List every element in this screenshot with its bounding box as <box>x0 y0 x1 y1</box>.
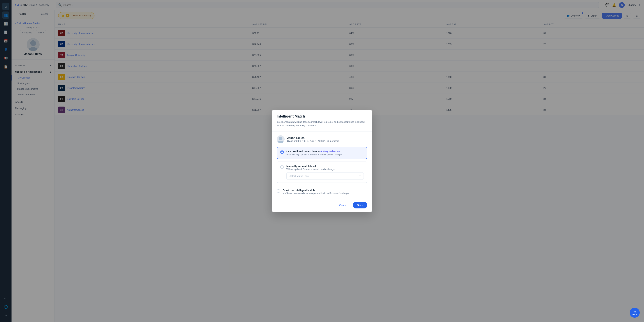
modal-student-avatar <box>277 135 284 143</box>
help-button[interactable]: ∞ HELP <box>630 308 640 318</box>
student-info-text: Jason Lukes Class of 2025 • 90 GPA(u) • … <box>287 136 339 142</box>
modal-footer: Cancel Save <box>272 199 372 212</box>
modal-title: Intelligent Match <box>277 114 367 118</box>
option-no-match-label: Don't use Intelligent Match You'll need … <box>283 189 350 195</box>
option-manual-label: Manually set match level Will not update… <box>286 165 364 180</box>
modal-student-details: Class of 2025 • 90 GPA(u) • 1400 SAT Sup… <box>287 140 339 142</box>
svg-point-2 <box>279 137 282 140</box>
modal-subtitle: Intelligent Match will use Jason's match… <box>277 120 367 130</box>
dropdown-arrow-icon: ▾ <box>360 175 361 177</box>
modal-student-name: Jason Lukes <box>287 136 339 140</box>
radio-no-match[interactable] <box>277 189 280 193</box>
radio-predicted[interactable] <box>280 150 284 154</box>
radio-manual[interactable] <box>280 165 284 169</box>
intelligent-match-modal: Intelligent Match Intelligent Match will… <box>272 110 372 212</box>
match-level-tag: ✦ Very Selective <box>320 150 340 153</box>
option-no-match[interactable]: Don't use Intelligent Match You'll need … <box>277 189 367 195</box>
modal-overlay[interactable]: Intelligent Match Intelligent Match will… <box>0 0 644 322</box>
svg-point-3 <box>278 141 284 143</box>
option-manual[interactable]: Manually set match level Will not update… <box>277 162 367 183</box>
modal-header: Intelligent Match Intelligent Match will… <box>272 110 372 132</box>
cancel-button[interactable]: Cancel <box>336 202 351 208</box>
select-match-level[interactable]: Select Match Level ▾ <box>286 172 364 180</box>
help-label: HELP <box>632 314 637 316</box>
option-predicted[interactable]: Use predicted match level – ✦ Very Selec… <box>277 147 367 159</box>
option-predicted-label: Use predicted match level – ✦ Very Selec… <box>286 150 343 156</box>
save-button[interactable]: Save <box>353 202 367 208</box>
student-info-row: Jason Lukes Class of 2025 • 90 GPA(u) • … <box>277 135 367 143</box>
modal-body: Jason Lukes Class of 2025 • 90 GPA(u) • … <box>272 132 372 199</box>
select-placeholder: Select Match Level <box>290 175 309 177</box>
